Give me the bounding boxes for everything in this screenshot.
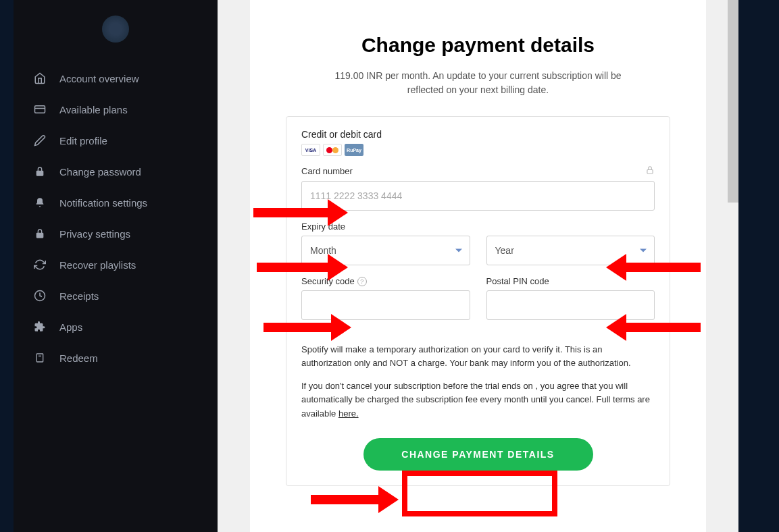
refresh-icon <box>34 259 46 271</box>
expiry-month-select[interactable]: Month <box>301 236 470 265</box>
security-code-input[interactable] <box>301 290 470 320</box>
sidebar-item-change-password[interactable]: Change password <box>14 156 218 187</box>
left-margin <box>0 0 14 532</box>
mastercard-icon <box>323 144 342 156</box>
subscription-terms-info: If you don't cancel your subscription be… <box>301 379 655 420</box>
security-code-group: Security code ? <box>301 276 470 320</box>
svg-rect-5 <box>647 169 653 174</box>
sidebar-menu: Account overview Available plans Edit pr… <box>14 63 218 373</box>
sidebar-item-label: Recover playlists <box>59 259 136 271</box>
postal-code-label: Postal PIN code <box>486 276 549 286</box>
lock-icon <box>645 165 655 177</box>
card-logos: VISA RuPay <box>301 144 655 156</box>
sidebar-item-label: Redeem <box>59 352 98 364</box>
card-number-group: Card number <box>301 165 655 211</box>
content-card: Change payment details 119.00 INR per mo… <box>250 0 706 532</box>
card-number-label: Card number <box>301 166 353 176</box>
right-margin <box>738 0 779 532</box>
lock-icon <box>34 228 46 240</box>
sidebar-item-account-overview[interactable]: Account overview <box>14 63 218 94</box>
card-icon <box>34 103 46 115</box>
card-number-input[interactable] <box>301 181 655 211</box>
terms-link[interactable]: here. <box>338 408 359 419</box>
sidebar-item-notification-settings[interactable]: Notification settings <box>14 187 218 218</box>
bell-icon <box>34 196 46 209</box>
sidebar-item-available-plans[interactable]: Available plans <box>14 94 218 125</box>
sidebar-item-label: Account overview <box>59 73 139 84</box>
sidebar-item-label: Notification settings <box>59 197 147 209</box>
rupay-icon: RuPay <box>345 144 363 156</box>
sidebar-item-label: Change password <box>59 166 141 178</box>
home-icon <box>34 72 46 84</box>
payment-form: Credit or debit card VISA RuPay Card num… <box>286 116 670 486</box>
puzzle-icon <box>34 321 46 333</box>
change-payment-button[interactable]: CHANGE PAYMENT DETAILS <box>363 438 593 471</box>
svg-rect-0 <box>35 106 45 113</box>
lock-icon <box>34 165 46 178</box>
postal-code-group: Postal PIN code <box>486 276 655 320</box>
sidebar-item-label: Edit profile <box>59 135 107 147</box>
expiry-label: Expiry date <box>301 221 345 232</box>
page-subtitle: 119.00 INR per month. An update to your … <box>280 69 676 97</box>
sidebar-item-label: Receipts <box>59 290 99 302</box>
help-icon[interactable]: ? <box>357 277 367 286</box>
sidebar-item-apps[interactable]: Apps <box>14 311 218 342</box>
expiry-group: Expiry date Month Year <box>301 221 655 265</box>
avatar[interactable] <box>102 16 129 43</box>
page-title: Change payment details <box>280 34 676 57</box>
sidebar-item-privacy-settings[interactable]: Privacy settings <box>14 218 218 249</box>
sidebar-item-edit-profile[interactable]: Edit profile <box>14 125 218 156</box>
pencil-icon <box>34 134 46 147</box>
scrollbar-thumb[interactable] <box>728 0 738 203</box>
sidebar-item-label: Apps <box>59 321 82 333</box>
visa-icon: VISA <box>301 144 320 156</box>
security-code-label: Security code <box>301 276 355 286</box>
sidebar-item-redeem[interactable]: Redeem <box>14 342 218 373</box>
postal-code-input[interactable] <box>486 290 655 320</box>
clock-icon <box>34 290 46 302</box>
redeem-icon <box>34 352 46 364</box>
svg-rect-3 <box>36 354 43 362</box>
sidebar-item-label: Available plans <box>59 104 128 115</box>
scrollbar[interactable] <box>728 0 738 532</box>
authorization-info: Spotify will make a temporary authorizat… <box>301 343 655 370</box>
sidebar-item-recover-playlists[interactable]: Recover playlists <box>14 249 218 280</box>
main-area: Change payment details 119.00 INR per mo… <box>218 0 738 532</box>
expiry-year-select[interactable]: Year <box>486 236 655 265</box>
sidebar-item-receipts[interactable]: Receipts <box>14 280 218 311</box>
sidebar-item-label: Privacy settings <box>59 228 130 240</box>
card-type-label: Credit or debit card <box>301 129 655 140</box>
sidebar: Account overview Available plans Edit pr… <box>14 0 218 532</box>
